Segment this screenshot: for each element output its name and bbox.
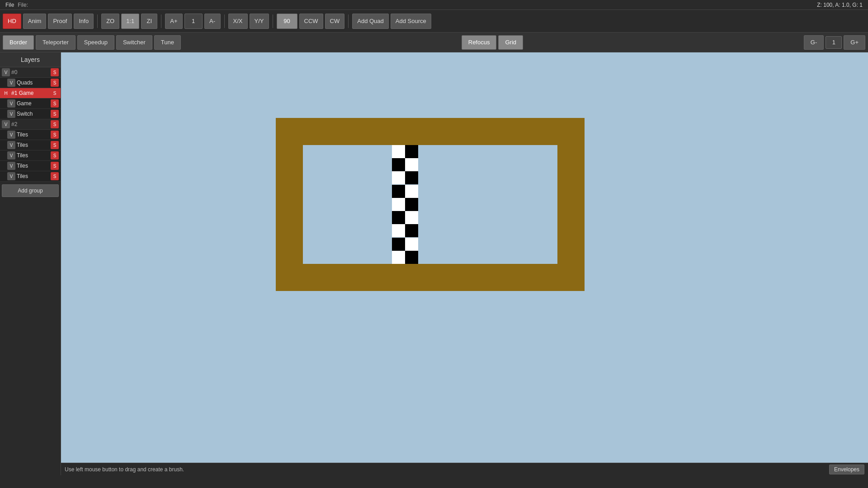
layer-tiles-2-v-btn[interactable]: V bbox=[7, 141, 15, 149]
tab-tune[interactable]: Tune bbox=[154, 35, 181, 50]
layer-tiles-3-name: Tiles bbox=[17, 152, 51, 159]
refocus-button[interactable]: Refocus bbox=[462, 35, 497, 50]
zoom-value-input[interactable] bbox=[184, 14, 203, 29]
tab-border[interactable]: Border bbox=[3, 35, 34, 50]
checker-row-1 bbox=[392, 145, 419, 158]
zoom-1-1-button[interactable]: 1:1 bbox=[121, 14, 139, 29]
layer-group-2[interactable]: V #2 S bbox=[0, 119, 61, 130]
checker-row-3 bbox=[392, 171, 419, 184]
layer-item-tiles-2[interactable]: V Tiles S bbox=[0, 140, 61, 150]
add-source-button[interactable]: Add Source bbox=[391, 14, 431, 29]
layer-tiles-4-v-btn[interactable]: V bbox=[7, 162, 15, 170]
separator-2 bbox=[161, 14, 161, 28]
proof-button[interactable]: Proof bbox=[48, 14, 72, 29]
envelopes-button[interactable]: Envelopes bbox=[829, 465, 864, 474]
layer-item-switch[interactable]: V Switch S bbox=[0, 109, 61, 119]
layer-tiles-4-s-btn[interactable]: S bbox=[51, 162, 59, 170]
zi-button[interactable]: ZI bbox=[141, 14, 157, 29]
xx-button[interactable]: X/X bbox=[228, 14, 248, 29]
checker-cell bbox=[405, 238, 418, 251]
main-toolbar: HD Anim Proof Info ZO 1:1 ZI A+ A- X/X Y… bbox=[0, 10, 868, 33]
checker-row-6 bbox=[392, 211, 419, 224]
separator-4 bbox=[273, 14, 273, 28]
layer-item-game[interactable]: V Game S bbox=[0, 99, 61, 109]
checker-cell bbox=[405, 224, 418, 237]
g-plus-button[interactable]: G+ bbox=[844, 35, 865, 50]
file-colon: File: bbox=[18, 2, 28, 8]
checker-cell bbox=[405, 158, 418, 171]
layer-tiles-2-s-btn[interactable]: S bbox=[51, 141, 59, 149]
separator-1 bbox=[97, 14, 98, 28]
checker-cell bbox=[405, 185, 418, 198]
layer-group-1-s-btn[interactable]: S bbox=[51, 89, 59, 97]
layer-quads-v-btn[interactable]: V bbox=[7, 79, 15, 87]
layer-group-1-id: #1 Game bbox=[11, 90, 33, 96]
layer-group-0-v-btn[interactable]: V bbox=[2, 68, 10, 76]
grid-value-input[interactable] bbox=[826, 36, 842, 49]
layer-tiles-1-v-btn[interactable]: V bbox=[7, 131, 15, 139]
canvas-area[interactable]: Use left mouse button to drag and create… bbox=[61, 52, 868, 475]
checker-row-5 bbox=[392, 198, 419, 211]
layer-group-0[interactable]: V #0 S bbox=[0, 67, 61, 78]
tab-teleporter[interactable]: Teleporter bbox=[36, 35, 75, 50]
info-button[interactable]: Info bbox=[74, 14, 94, 29]
layer-game-v-btn[interactable]: V bbox=[7, 99, 15, 108]
layer-switch-name: Switch bbox=[17, 111, 51, 117]
layer-tiles-3-s-btn[interactable]: S bbox=[51, 151, 59, 160]
ccw-button[interactable]: CCW bbox=[299, 14, 323, 29]
cw-button[interactable]: CW bbox=[325, 14, 345, 29]
layer-group-2-v-btn[interactable]: V bbox=[2, 120, 10, 128]
map-inner bbox=[303, 145, 557, 264]
layer-group-1-h-btn[interactable]: H bbox=[2, 89, 10, 97]
layer-item-tiles-1[interactable]: V Tiles S bbox=[0, 130, 61, 140]
checker-cell bbox=[392, 171, 405, 184]
layer-quads-s-btn[interactable]: S bbox=[51, 79, 59, 87]
checker-cell bbox=[405, 198, 418, 211]
add-group-button[interactable]: Add group bbox=[2, 184, 59, 197]
a-minus-button[interactable]: A- bbox=[204, 14, 221, 29]
layer-group-0-s-btn[interactable]: S bbox=[51, 68, 59, 76]
tab-speedup[interactable]: Speedup bbox=[77, 35, 114, 50]
checkerboard bbox=[392, 145, 419, 264]
layer-game-name: Game bbox=[17, 100, 51, 107]
layer-group-1[interactable]: H #1 Game S bbox=[0, 88, 61, 99]
layer-tiles-3-v-btn[interactable]: V bbox=[7, 151, 15, 160]
layer-group-2-s-btn[interactable]: S bbox=[51, 120, 59, 128]
layer-tiles-5-v-btn[interactable]: V bbox=[7, 172, 15, 180]
layer-switch-s-btn[interactable]: S bbox=[51, 110, 59, 118]
checker-cell bbox=[392, 198, 405, 211]
map-outer bbox=[276, 118, 585, 291]
layer-quads-name: Quads bbox=[17, 80, 51, 86]
grid-controls: G- G+ bbox=[804, 35, 865, 50]
main-content: Layers V #0 S V Quads S H #1 Game S V Ga… bbox=[0, 52, 868, 475]
separator-3 bbox=[224, 14, 225, 28]
layer-item-tiles-5[interactable]: V Tiles S bbox=[0, 171, 61, 182]
yy-button[interactable]: Y/Y bbox=[250, 14, 269, 29]
layer-item-tiles-3[interactable]: V Tiles S bbox=[0, 150, 61, 161]
layer-tiles-1-name: Tiles bbox=[17, 131, 51, 138]
tab-switcher[interactable]: Switcher bbox=[116, 35, 152, 50]
angle-value-input[interactable] bbox=[277, 14, 297, 29]
file-menu[interactable]: File bbox=[2, 1, 18, 9]
add-quad-button[interactable]: Add Quad bbox=[352, 14, 389, 29]
layer-item-tiles-4[interactable]: V Tiles S bbox=[0, 161, 61, 171]
grid-button[interactable]: Grid bbox=[498, 35, 523, 50]
status-bar: Use left mouse button to drag and create… bbox=[61, 463, 868, 475]
layer-tiles-5-s-btn[interactable]: S bbox=[51, 172, 59, 180]
layer-group-0-id: #0 bbox=[11, 69, 17, 75]
zo-button[interactable]: ZO bbox=[101, 14, 119, 29]
layer-switch-v-btn[interactable]: V bbox=[7, 110, 15, 118]
layer-game-s-btn[interactable]: S bbox=[51, 99, 59, 108]
checker-row-4 bbox=[392, 185, 419, 198]
sidebar: Layers V #0 S V Quads S H #1 Game S V Ga… bbox=[0, 52, 61, 475]
checker-row-7 bbox=[392, 224, 419, 237]
a-plus-button[interactable]: A+ bbox=[165, 14, 182, 29]
checker-cell bbox=[405, 171, 418, 184]
status-message: Use left mouse button to drag and create… bbox=[65, 466, 184, 473]
layer-item-quads[interactable]: V Quads S bbox=[0, 78, 61, 88]
hd-button[interactable]: HD bbox=[3, 14, 21, 29]
separator-5 bbox=[348, 14, 349, 28]
anim-button[interactable]: Anim bbox=[23, 14, 47, 29]
g-minus-button[interactable]: G- bbox=[804, 35, 824, 50]
layer-tiles-1-s-btn[interactable]: S bbox=[51, 131, 59, 139]
